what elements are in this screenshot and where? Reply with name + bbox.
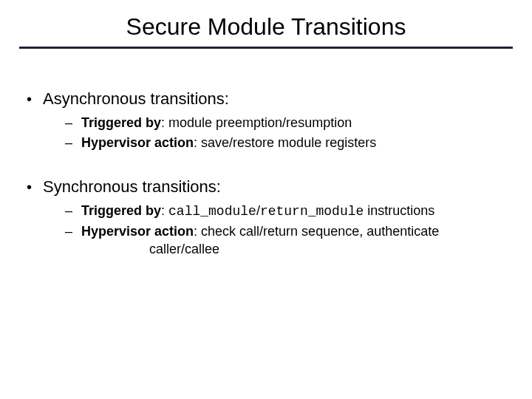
sub-list: Triggered by: module preemption/resumpti… <box>43 115 510 152</box>
sub-text: instructions <box>364 203 434 218</box>
sub-label: Triggered by <box>81 115 161 130</box>
bullet-sync: Synchronous transitions: Triggered by: c… <box>22 177 510 258</box>
sub-item: Triggered by: call_module/return_module … <box>64 202 510 220</box>
sub-label: Hypervisor action <box>81 135 194 150</box>
code-token: return_module <box>260 204 364 219</box>
slide-title: Secure Module Transitions <box>0 0 532 47</box>
bullet-heading: Synchronous transitions: <box>43 177 221 196</box>
sub-label: Hypervisor action <box>81 224 194 239</box>
sub-label: Triggered by <box>81 203 161 218</box>
slide-body: Asynchronous transitions: Triggered by: … <box>0 49 532 258</box>
sub-text: : save/restore module registers <box>194 135 376 150</box>
code-token: call_module <box>168 204 256 219</box>
sub-text: : <box>161 203 168 218</box>
sub-item: Hypervisor action: check call/return seq… <box>64 223 510 258</box>
sub-text: : check call/return sequence, authentica… <box>194 224 439 239</box>
bullet-heading: Asynchronous transitions: <box>43 89 229 108</box>
sub-text: : module preemption/resumption <box>161 115 352 130</box>
sub-item: Triggered by: module preemption/resumpti… <box>64 115 510 132</box>
bullet-list: Asynchronous transitions: Triggered by: … <box>22 89 510 258</box>
sub-text-continuation: caller/callee <box>81 241 510 258</box>
sub-list: Triggered by: call_module/return_module … <box>43 202 510 258</box>
bullet-async: Asynchronous transitions: Triggered by: … <box>22 89 510 152</box>
slide: Secure Module Transitions Asynchronous t… <box>0 0 532 399</box>
sub-item: Hypervisor action: save/restore module r… <box>64 134 510 151</box>
